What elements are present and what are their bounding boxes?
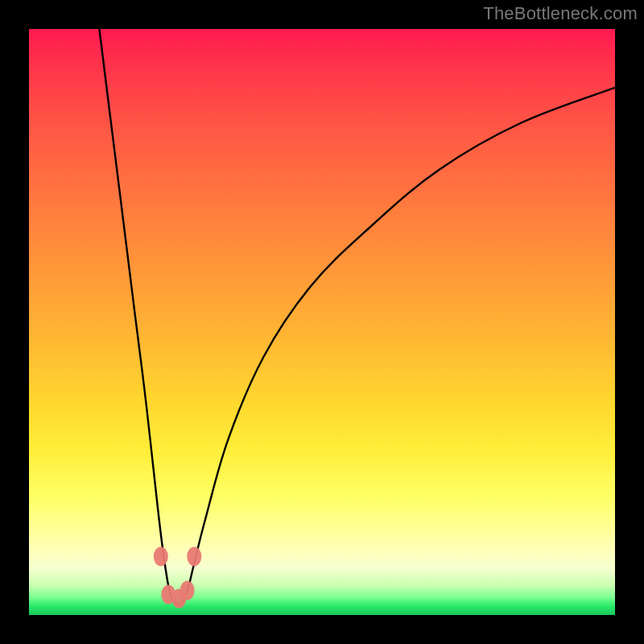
trough-marker	[180, 580, 195, 600]
watermark-text: TheBottleneck.com	[483, 3, 638, 24]
trough-marker	[187, 547, 201, 566]
trough-markers	[154, 547, 202, 608]
curve-svg	[29, 29, 615, 615]
bottleneck-curve-path	[99, 29, 615, 605]
chart-frame: TheBottleneck.com	[0, 0, 644, 644]
trough-marker	[154, 547, 168, 566]
plot-area	[29, 29, 615, 615]
